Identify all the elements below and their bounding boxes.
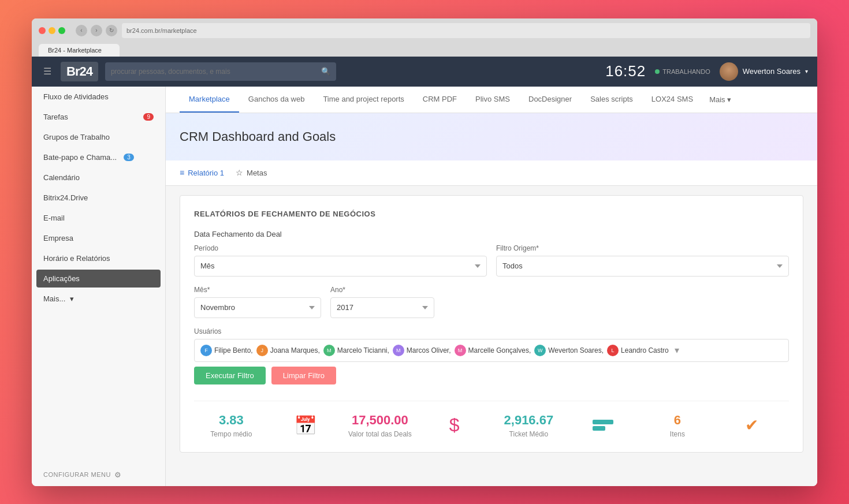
tab-marketplace[interactable]: Marketplace [180,87,239,113]
stats-row: 3.83 Tempo médio 📅 17,500.00 Valor total… [194,401,789,438]
browser-chrome: ‹ › ↻ br24.com.br/marketplace Br24 - Mar… [32,18,817,57]
filtro-origem-select[interactable]: Todos Web Email Phone [496,256,789,277]
ano-label: Ano* [330,286,434,294]
close-button[interactable] [39,27,46,34]
mes-select[interactable]: Janeiro Fevereiro Março Abril Maio Junho… [194,297,321,318]
status-dot [655,69,660,74]
user-avatar-joana: J [256,345,268,356]
sub-tabs: ≡ Relatório 1 ☆ Metas [166,160,817,186]
ano-select[interactable]: 2015 2016 2017 2018 2019 [330,297,434,318]
stat-ticket-medio: 2,916.67 Ticket Médio [491,413,566,438]
user-tag-leandro: L Leandro Castro [607,345,669,356]
users-dropdown-arrow[interactable]: ▾ [675,345,679,356]
clear-filter-button[interactable]: Limpar Filtro [271,367,336,384]
status-indicator: TRABALHANDO [655,68,710,75]
top-nav: ☰ Br24 🔍 16:52 TRABALHANDO Weverton Soar… [32,57,817,87]
tab-docdesigner[interactable]: DocDesigner [519,87,581,113]
gear-icon: ⚙ [114,471,122,479]
forward-button[interactable]: › [91,25,102,36]
user-avatar-marcos: M [393,345,404,356]
tab-lox24[interactable]: LOX24 SMS [642,87,702,113]
sidebar-item-aplicacoes[interactable]: Aplicações [36,270,161,288]
sidebar-item-fluxo[interactable]: Fluxo de Atividades [32,87,165,107]
tab-ganchos[interactable]: Ganchos da web [239,87,314,113]
marketplace-nav: Marketplace Ganchos da web Time and proj… [166,87,817,113]
report-card: RELATÓRIOS DE FECHAMENTO DE NEGÓCIOS Dat… [180,195,803,453]
stat-label-valor: Valor total das Deals [348,430,412,438]
address-bar[interactable]: br24.com.br/marketplace [122,23,810,38]
filtro-origem-label: Filtro Origem* [496,244,789,252]
user-avatar-marcelo: M [323,345,335,356]
sidebar-item-email[interactable]: E-mail [32,208,165,228]
page-title: CRM Dashboard and Goals [180,129,803,144]
sidebar-item-grupos[interactable]: Grupos de Trabalho [32,127,165,147]
sidebar-item-mais[interactable]: Mais... ▾ [32,289,165,309]
sidebar-item-tarefas[interactable]: Tarefas 9 [32,107,165,127]
execute-filter-button[interactable]: Executar Filtro [194,367,266,384]
traffic-lights [39,27,65,34]
user-tag-marcelo: M Marcelo Ticianni, [323,345,389,356]
search-bar[interactable]: 🔍 [105,62,336,81]
tab-crm-pdf[interactable]: CRM PDF [414,87,466,113]
page-content: ≡ Relatório 1 ☆ Metas RELATÓRIOS DE FECH… [166,160,817,486]
filter-row-mesano: Mês* Janeiro Fevereiro Março Abril Maio … [194,286,789,318]
subtab-metas[interactable]: ☆ Metas [236,168,267,177]
user-dropdown-arrow: ▾ [805,68,808,74]
sidebar-item-horario[interactable]: Horário e Relatórios [32,248,165,268]
sidebar-item-batepapo[interactable]: Bate-papo e Chama... 3 [32,147,165,167]
tab-time-project[interactable]: Time and project reports [314,87,413,113]
usuarios-label: Usuários [194,327,789,335]
maximize-button[interactable] [58,27,65,34]
subtab-relatorio1[interactable]: ≡ Relatório 1 [180,168,224,177]
filter-col-origem: Filtro Origem* Todos Web Email Phone [496,244,789,277]
refresh-button[interactable]: ↻ [106,25,117,36]
stat-check-icon-container: ✔ [714,416,789,435]
bar-chart-icon [593,420,613,431]
periodo-select[interactable]: Mês Semana Dia Ano [194,256,487,277]
clock: 16:52 [605,62,646,80]
user-tag-marcelle: M Marcelle Gonçalves, [455,345,531,356]
list-icon: ≡ [180,168,184,177]
tarefas-badge: 9 [143,113,154,121]
content-area: Marketplace Ganchos da web Time and proj… [166,87,817,486]
user-name: Weverton Soares [743,67,800,76]
app-container: ☰ Br24 🔍 16:52 TRABALHANDO Weverton Soar… [32,57,817,486]
stat-label-tempo: Tempo médio [210,430,252,438]
users-field[interactable]: F Filipe Bento, J Joana Marques, M Marce… [194,339,789,362]
search-icon: 🔍 [321,67,330,76]
page-header: CRM Dashboard and Goals [166,113,817,160]
filter-date-label: Data Fechamento da Deal [194,230,789,238]
hamburger-button[interactable]: ☰ [41,64,54,79]
user-info[interactable]: Weverton Soares ▾ [720,62,808,81]
user-avatar-weverton: W [534,345,546,356]
stat-dollar-icon-container: $ [417,415,491,436]
user-avatar-leandro: L [607,345,619,356]
avatar [720,62,738,81]
user-tag-marcos: M Marcos Oliver, [393,345,451,356]
browser-tab[interactable]: Br24 - Marketplace [39,44,120,57]
user-tag-joana: J Joana Marques, [256,345,320,356]
stat-tempo-medio: 3.83 Tempo médio [194,413,269,438]
search-input[interactable] [111,68,318,76]
sidebar-item-calendario[interactable]: Calendário [32,167,165,188]
star-icon: ☆ [236,168,243,177]
minimize-button[interactable] [49,27,55,34]
tab-plivo[interactable]: Plivo SMS [466,87,519,113]
nav-right: 16:52 TRABALHANDO Weverton Soares ▾ [605,62,808,81]
user-avatar-marcelle: M [455,345,466,356]
filter-col-ano: Ano* 2015 2016 2017 2018 2019 [330,286,434,318]
stat-itens: 6 Itens [641,413,715,438]
main-layout: Fluxo de Atividades Tarefas 9 Grupos de … [32,87,817,486]
sidebar-item-empresa[interactable]: Empresa [32,228,165,248]
sidebar-item-drive[interactable]: Bitrix24.Drive [32,188,165,208]
stat-bar-icon-container [566,420,641,431]
batepapo-badge: 3 [124,154,134,161]
user-tag-weverton: W Weverton Soares, [534,345,604,356]
filter-row-period: Período Mês Semana Dia Ano Filtro Origem… [194,244,789,277]
tab-more[interactable]: Mais ▾ [702,87,738,112]
configure-menu-button[interactable]: CONFIGURAR MENU ⚙ [32,464,165,486]
stat-label-itens: Itens [670,430,685,438]
back-button[interactable]: ‹ [76,25,87,36]
buttons-row: Executar Filtro Limpar Filtro [194,367,789,384]
tab-sales-scripts[interactable]: Sales scripts [581,87,642,113]
